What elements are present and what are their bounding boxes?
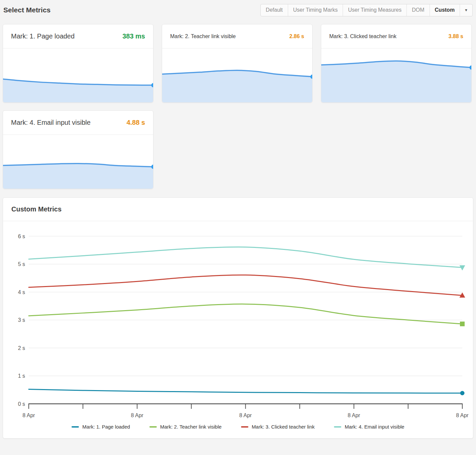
x-axis-label: 8 Apr bbox=[131, 413, 144, 418]
legend-item-3[interactable]: Mark: 3. Clicked teacher link bbox=[241, 424, 315, 430]
metric-card-value: 383 ms bbox=[122, 32, 145, 40]
y-axis-label: 1 s bbox=[18, 373, 25, 379]
sparkline-area bbox=[3, 79, 153, 102]
metric-card-1[interactable]: Mark: 1. Page loaded383 ms bbox=[3, 24, 153, 103]
custom-metrics-panel-header: Custom Metrics bbox=[3, 198, 473, 221]
y-axis-labels: 0 s1 s2 s3 s4 s5 s6 s bbox=[18, 234, 25, 407]
series-end-marker-1 bbox=[460, 391, 465, 395]
y-axis-label: 3 s bbox=[18, 317, 25, 323]
legend-item-1[interactable]: Mark: 1. Page loaded bbox=[72, 424, 130, 430]
metrics-tab-group: DefaultUser Timing MarksUser Timing Meas… bbox=[260, 4, 473, 16]
y-axis-label: 2 s bbox=[18, 345, 25, 351]
metric-card-3[interactable]: Mark: 3. Clicked teacher link3.88 s bbox=[321, 24, 472, 103]
legend-swatch bbox=[149, 426, 157, 428]
x-axis-label: 8 Apr bbox=[239, 413, 252, 418]
metric-card-2[interactable]: Mark: 2. Teacher link visible2.86 s bbox=[162, 24, 313, 103]
series-end-marker-2 bbox=[460, 322, 465, 326]
tab-custom[interactable]: Custom bbox=[430, 4, 460, 16]
metric-sparkline bbox=[3, 49, 153, 102]
series-line-4 bbox=[29, 247, 462, 267]
metric-card-header: Mark: 3. Clicked teacher link3.88 s bbox=[321, 24, 471, 49]
series-line-3 bbox=[29, 275, 462, 295]
metric-card-value: 2.86 s bbox=[289, 33, 304, 39]
tab-dom[interactable]: DOM bbox=[406, 4, 429, 16]
metrics-dropdown-button[interactable]: ▼ bbox=[460, 4, 472, 16]
sparkline-area bbox=[321, 61, 472, 102]
x-axis-label: 8 Apr bbox=[348, 413, 360, 418]
legend-swatch bbox=[72, 426, 79, 428]
y-axis-label: 4 s bbox=[18, 289, 25, 295]
sparkline-area bbox=[3, 164, 153, 189]
metric-card-title: Mark: 2. Teacher link visible bbox=[170, 33, 236, 39]
custom-metrics-chart[interactable]: 0 s1 s2 s3 s4 s5 s6 s8 Apr8 Apr8 Apr8 Ap… bbox=[3, 221, 473, 422]
metric-sparkline bbox=[162, 49, 313, 102]
legend-swatch bbox=[241, 426, 248, 428]
legend-label: Mark: 3. Clicked teacher link bbox=[252, 424, 315, 430]
y-axis-label: 6 s bbox=[18, 234, 25, 239]
metric-card-title: Mark: 1. Page loaded bbox=[11, 32, 75, 40]
metric-sparkline bbox=[321, 49, 472, 102]
panel-title: Custom Metrics bbox=[11, 205, 62, 213]
metric-sparkline bbox=[3, 135, 153, 189]
x-axis-labels: 8 Apr8 Apr8 Apr8 Apr8 Apr bbox=[22, 413, 469, 418]
x-axis-label: 8 Apr bbox=[22, 413, 35, 418]
custom-metrics-panel: Custom Metrics 0 s1 s2 s3 s4 s5 s6 s8 Ap… bbox=[3, 197, 473, 439]
metric-cards-grid: Mark: 1. Page loaded383 msMark: 2. Teach… bbox=[3, 24, 473, 189]
metric-card-4[interactable]: Mark: 4. Email input visible4.88 s bbox=[3, 110, 153, 189]
legend-swatch bbox=[334, 426, 341, 428]
y-axis-label: 0 s bbox=[18, 401, 25, 407]
gridlines bbox=[29, 236, 462, 376]
tab-default[interactable]: Default bbox=[261, 4, 288, 16]
metric-card-value: 3.88 s bbox=[449, 33, 463, 39]
dashboard-page: Select Metrics DefaultUser Timing MarksU… bbox=[0, 0, 476, 441]
series-end-marker-4 bbox=[460, 265, 465, 271]
tab-user-timing-marks[interactable]: User Timing Marks bbox=[288, 4, 343, 16]
tab-user-timing-measures[interactable]: User Timing Measures bbox=[343, 4, 406, 16]
series-line-1 bbox=[29, 389, 462, 393]
legend-item-4[interactable]: Mark: 4. Email input visible bbox=[334, 424, 404, 430]
metric-card-header: Mark: 2. Teacher link visible2.86 s bbox=[162, 24, 312, 49]
metric-card-value: 4.88 s bbox=[126, 119, 145, 126]
caret-down-icon: ▼ bbox=[464, 8, 468, 12]
metric-card-title: Mark: 3. Clicked teacher link bbox=[329, 33, 396, 39]
y-axis-label: 5 s bbox=[18, 261, 25, 267]
metric-card-title: Mark: 4. Email input visible bbox=[11, 119, 91, 126]
metric-card-header: Mark: 1. Page loaded383 ms bbox=[3, 24, 153, 49]
series-line-2 bbox=[29, 304, 462, 324]
legend-label: Mark: 4. Email input visible bbox=[345, 424, 404, 430]
x-axis-label: 8 Apr bbox=[456, 413, 469, 418]
legend-item-2[interactable]: Mark: 2. Teacher link visible bbox=[149, 424, 222, 430]
x-axis-ticks bbox=[29, 404, 462, 409]
page-title: Select Metrics bbox=[3, 6, 50, 14]
metric-card-header: Mark: 4. Email input visible4.88 s bbox=[3, 111, 153, 135]
legend-label: Mark: 2. Teacher link visible bbox=[160, 424, 222, 430]
metrics-header: Select Metrics DefaultUser Timing MarksU… bbox=[3, 3, 473, 17]
chart-legend: Mark: 1. Page loadedMark: 2. Teacher lin… bbox=[3, 422, 473, 438]
legend-label: Mark: 1. Page loaded bbox=[82, 424, 130, 430]
